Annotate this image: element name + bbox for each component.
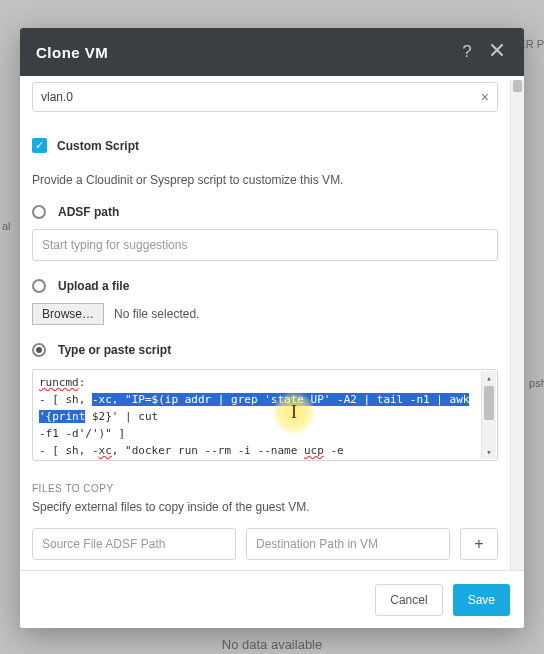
plus-icon: + bbox=[474, 535, 483, 553]
scrollbar-thumb[interactable] bbox=[513, 80, 522, 92]
bg-text: pshot bbox=[529, 377, 544, 389]
custom-script-label: Custom Script bbox=[57, 139, 139, 153]
no-file-label: No file selected. bbox=[114, 307, 199, 321]
bg-text: al bbox=[2, 220, 11, 232]
help-icon[interactable]: ? bbox=[456, 42, 478, 62]
vlan-input[interactable] bbox=[41, 90, 481, 104]
close-icon[interactable] bbox=[486, 42, 508, 62]
files-desc: Specify external files to copy inside of… bbox=[32, 500, 498, 514]
script-line: -f1 -d'/')" ] bbox=[39, 425, 479, 442]
radio-label: Type or paste script bbox=[58, 343, 171, 357]
bg-text: No data available bbox=[222, 637, 322, 652]
adsf-path-input[interactable] bbox=[32, 229, 498, 261]
radio-label: ADSF path bbox=[58, 205, 119, 219]
scrollbar-thumb[interactable] bbox=[484, 386, 494, 420]
radio-icon[interactable] bbox=[32, 343, 46, 357]
textarea-scrollbar[interactable]: ▴ ▾ bbox=[481, 371, 496, 459]
modal-title: Clone VM bbox=[36, 44, 448, 61]
upload-row: Browse… No file selected. bbox=[32, 303, 498, 325]
radio-label: Upload a file bbox=[58, 279, 129, 293]
script-line: - [ sh, -xc, "IP=$(ip addr | grep 'state… bbox=[39, 391, 479, 425]
radio-icon[interactable] bbox=[32, 205, 46, 219]
checkbox-checked-icon[interactable]: ✓ bbox=[32, 138, 47, 153]
source-path-input[interactable] bbox=[32, 528, 236, 560]
custom-script-checkbox-row[interactable]: ✓ Custom Script bbox=[32, 138, 498, 153]
script-line: - [ sh, -xc, "docker run --rm -i --name … bbox=[39, 442, 479, 461]
script-textarea[interactable]: runcmd: - [ sh, -xc, "IP=$(ip addr | gre… bbox=[32, 369, 498, 461]
add-file-button[interactable]: + bbox=[460, 528, 498, 560]
files-heading: FILES TO COPY bbox=[32, 483, 498, 494]
cancel-button[interactable]: Cancel bbox=[375, 584, 442, 616]
radio-type-script[interactable]: Type or paste script bbox=[32, 343, 498, 357]
files-row: + bbox=[32, 528, 498, 560]
modal-body: × ✓ Custom Script Provide a Cloudinit or… bbox=[20, 76, 524, 628]
clone-vm-modal: Clone VM ? × ✓ Custom Script Provide a C… bbox=[20, 28, 524, 628]
destination-path-input[interactable] bbox=[246, 528, 450, 560]
browse-button[interactable]: Browse… bbox=[32, 303, 104, 325]
modal-footer: Cancel Save bbox=[20, 570, 524, 628]
save-button[interactable]: Save bbox=[453, 584, 510, 616]
modal-header: Clone VM ? bbox=[20, 28, 524, 76]
modal-scrollbar[interactable] bbox=[510, 80, 524, 584]
script-line: runcmd: bbox=[39, 374, 479, 391]
scroll-up-icon[interactable]: ▴ bbox=[482, 371, 496, 385]
radio-upload-file[interactable]: Upload a file bbox=[32, 279, 498, 293]
radio-adsf-path[interactable]: ADSF path bbox=[32, 205, 498, 219]
custom-script-desc: Provide a Cloudinit or Sysprep script to… bbox=[32, 173, 498, 187]
vlan-field[interactable]: × bbox=[32, 82, 498, 112]
radio-icon[interactable] bbox=[32, 279, 46, 293]
scroll-down-icon[interactable]: ▾ bbox=[482, 445, 496, 459]
clear-icon[interactable]: × bbox=[481, 89, 489, 105]
modal-scroll-area: × ✓ Custom Script Provide a Cloudinit or… bbox=[20, 76, 510, 568]
